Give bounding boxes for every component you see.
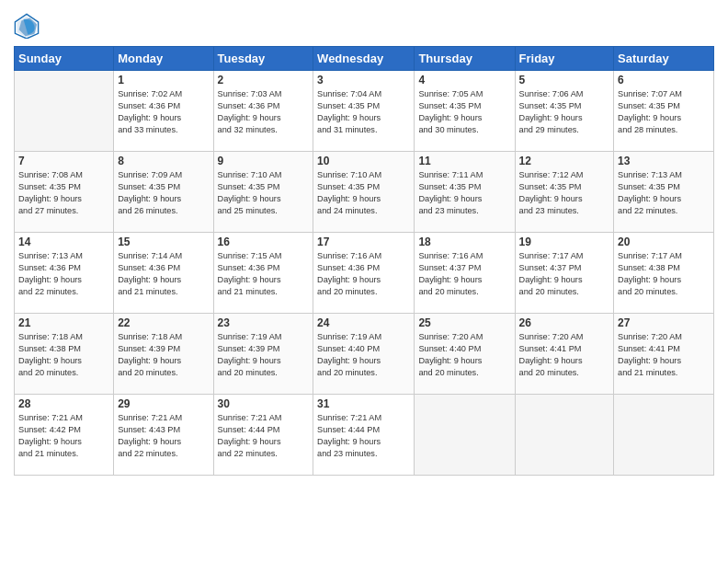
- calendar-body: 1Sunrise: 7:02 AMSunset: 4:36 PMDaylight…: [15, 71, 714, 476]
- day-number: 9: [218, 155, 310, 167]
- day-number: 4: [418, 74, 510, 86]
- calendar-cell: 26Sunrise: 7:20 AMSunset: 4:41 PMDayligh…: [515, 314, 614, 395]
- day-number: 13: [618, 155, 710, 167]
- calendar-header-row: SundayMondayTuesdayWednesdayThursdayFrid…: [15, 47, 714, 71]
- day-number: 25: [418, 316, 510, 329]
- calendar-cell: 21Sunrise: 7:18 AMSunset: 4:38 PMDayligh…: [15, 314, 114, 395]
- day-info: Sunrise: 7:14 AMSunset: 4:36 PMDaylight:…: [118, 250, 209, 298]
- calendar-cell: 8Sunrise: 7:09 AMSunset: 4:35 PMDaylight…: [114, 152, 213, 233]
- day-number: 16: [218, 236, 310, 248]
- day-number: 20: [618, 236, 710, 248]
- day-info: Sunrise: 7:11 AMSunset: 4:35 PMDaylight:…: [418, 169, 510, 217]
- day-number: 12: [519, 155, 610, 167]
- day-info: Sunrise: 7:20 AMSunset: 4:40 PMDaylight:…: [418, 331, 510, 379]
- day-number: 24: [317, 316, 410, 329]
- day-info: Sunrise: 7:20 AMSunset: 4:41 PMDaylight:…: [519, 331, 610, 379]
- week-row-0: 1Sunrise: 7:02 AMSunset: 4:36 PMDaylight…: [15, 71, 714, 152]
- day-info: Sunrise: 7:19 AMSunset: 4:39 PMDaylight:…: [218, 331, 310, 379]
- calendar-cell: 2Sunrise: 7:03 AMSunset: 4:36 PMDaylight…: [213, 71, 313, 152]
- calendar-cell: 4Sunrise: 7:05 AMSunset: 4:35 PMDaylight…: [415, 71, 515, 152]
- day-info: Sunrise: 7:13 AMSunset: 4:35 PMDaylight:…: [618, 169, 710, 217]
- calendar-table: SundayMondayTuesdayWednesdayThursdayFrid…: [14, 46, 714, 476]
- calendar-cell: 9Sunrise: 7:10 AMSunset: 4:35 PMDaylight…: [213, 152, 313, 233]
- calendar-cell: 14Sunrise: 7:13 AMSunset: 4:36 PMDayligh…: [15, 233, 114, 314]
- day-info: Sunrise: 7:15 AMSunset: 4:36 PMDaylight:…: [218, 250, 310, 298]
- day-info: Sunrise: 7:19 AMSunset: 4:40 PMDaylight:…: [317, 331, 410, 379]
- day-info: Sunrise: 7:18 AMSunset: 4:39 PMDaylight:…: [118, 331, 209, 379]
- calendar-cell: 3Sunrise: 7:04 AMSunset: 4:35 PMDaylight…: [313, 71, 415, 152]
- logo-icon: [14, 13, 40, 39]
- day-info: Sunrise: 7:12 AMSunset: 4:35 PMDaylight:…: [519, 169, 610, 217]
- calendar-cell: 27Sunrise: 7:20 AMSunset: 4:41 PMDayligh…: [614, 314, 714, 395]
- day-number: 26: [519, 316, 610, 329]
- day-number: 3: [317, 74, 410, 86]
- calendar-cell: 19Sunrise: 7:17 AMSunset: 4:37 PMDayligh…: [515, 233, 614, 314]
- day-info: Sunrise: 7:21 AMSunset: 4:44 PMDaylight:…: [218, 412, 310, 460]
- calendar-cell: 23Sunrise: 7:19 AMSunset: 4:39 PMDayligh…: [213, 314, 313, 395]
- header-friday: Friday: [515, 47, 614, 71]
- day-info: Sunrise: 7:06 AMSunset: 4:35 PMDaylight:…: [519, 88, 610, 136]
- week-row-4: 28Sunrise: 7:21 AMSunset: 4:42 PMDayligh…: [15, 395, 714, 476]
- day-number: 22: [118, 316, 209, 329]
- day-number: 28: [18, 397, 109, 410]
- week-row-2: 14Sunrise: 7:13 AMSunset: 4:36 PMDayligh…: [15, 233, 714, 314]
- calendar-cell: 31Sunrise: 7:21 AMSunset: 4:44 PMDayligh…: [313, 395, 415, 476]
- day-number: 21: [18, 316, 109, 329]
- week-row-1: 7Sunrise: 7:08 AMSunset: 4:35 PMDaylight…: [15, 152, 714, 233]
- calendar-cell: 15Sunrise: 7:14 AMSunset: 4:36 PMDayligh…: [114, 233, 213, 314]
- day-info: Sunrise: 7:16 AMSunset: 4:37 PMDaylight:…: [418, 250, 510, 298]
- header-wednesday: Wednesday: [313, 47, 415, 71]
- day-info: Sunrise: 7:21 AMSunset: 4:43 PMDaylight:…: [118, 412, 209, 460]
- day-number: 19: [519, 236, 610, 248]
- calendar-cell: 5Sunrise: 7:06 AMSunset: 4:35 PMDaylight…: [515, 71, 614, 152]
- calendar-cell: 29Sunrise: 7:21 AMSunset: 4:43 PMDayligh…: [114, 395, 213, 476]
- day-info: Sunrise: 7:16 AMSunset: 4:36 PMDaylight:…: [317, 250, 410, 298]
- day-info: Sunrise: 7:05 AMSunset: 4:35 PMDaylight:…: [418, 88, 510, 136]
- day-number: 18: [418, 236, 510, 248]
- calendar-cell: 10Sunrise: 7:10 AMSunset: 4:35 PMDayligh…: [313, 152, 415, 233]
- page: SundayMondayTuesdayWednesdayThursdayFrid…: [0, 0, 728, 563]
- day-info: Sunrise: 7:18 AMSunset: 4:38 PMDaylight:…: [18, 331, 109, 379]
- day-info: Sunrise: 7:21 AMSunset: 4:44 PMDaylight:…: [317, 412, 410, 460]
- day-number: 31: [317, 397, 410, 410]
- header-sunday: Sunday: [15, 47, 114, 71]
- day-number: 14: [18, 236, 109, 248]
- day-number: 10: [317, 155, 410, 167]
- day-number: 30: [218, 397, 310, 410]
- day-number: 1: [118, 74, 209, 86]
- day-number: 27: [618, 316, 710, 329]
- header-thursday: Thursday: [415, 47, 515, 71]
- day-number: 17: [317, 236, 410, 248]
- day-info: Sunrise: 7:21 AMSunset: 4:42 PMDaylight:…: [18, 412, 109, 460]
- day-number: 7: [18, 155, 109, 167]
- day-number: 11: [418, 155, 510, 167]
- day-info: Sunrise: 7:04 AMSunset: 4:35 PMDaylight:…: [317, 88, 410, 136]
- day-number: 29: [118, 397, 209, 410]
- calendar-cell: 30Sunrise: 7:21 AMSunset: 4:44 PMDayligh…: [213, 395, 313, 476]
- calendar-cell: 7Sunrise: 7:08 AMSunset: 4:35 PMDaylight…: [15, 152, 114, 233]
- calendar-cell: [515, 395, 614, 476]
- week-row-3: 21Sunrise: 7:18 AMSunset: 4:38 PMDayligh…: [15, 314, 714, 395]
- day-info: Sunrise: 7:20 AMSunset: 4:41 PMDaylight:…: [618, 331, 710, 379]
- header-saturday: Saturday: [614, 47, 714, 71]
- day-info: Sunrise: 7:13 AMSunset: 4:36 PMDaylight:…: [18, 250, 109, 298]
- day-info: Sunrise: 7:08 AMSunset: 4:35 PMDaylight:…: [18, 169, 109, 217]
- calendar-cell: 12Sunrise: 7:12 AMSunset: 4:35 PMDayligh…: [515, 152, 614, 233]
- day-number: 23: [218, 316, 310, 329]
- header: [14, 9, 714, 39]
- day-number: 8: [118, 155, 209, 167]
- calendar-cell: 25Sunrise: 7:20 AMSunset: 4:40 PMDayligh…: [415, 314, 515, 395]
- calendar-cell: [614, 395, 714, 476]
- day-info: Sunrise: 7:03 AMSunset: 4:36 PMDaylight:…: [218, 88, 310, 136]
- day-info: Sunrise: 7:10 AMSunset: 4:35 PMDaylight:…: [218, 169, 310, 217]
- day-number: 6: [618, 74, 710, 86]
- day-number: 2: [218, 74, 310, 86]
- day-info: Sunrise: 7:09 AMSunset: 4:35 PMDaylight:…: [118, 169, 209, 217]
- day-number: 5: [519, 74, 610, 86]
- calendar-cell: 24Sunrise: 7:19 AMSunset: 4:40 PMDayligh…: [313, 314, 415, 395]
- logo: [14, 13, 43, 39]
- day-info: Sunrise: 7:17 AMSunset: 4:38 PMDaylight:…: [618, 250, 710, 298]
- header-monday: Monday: [114, 47, 213, 71]
- calendar-cell: 6Sunrise: 7:07 AMSunset: 4:35 PMDaylight…: [614, 71, 714, 152]
- day-number: 15: [118, 236, 209, 248]
